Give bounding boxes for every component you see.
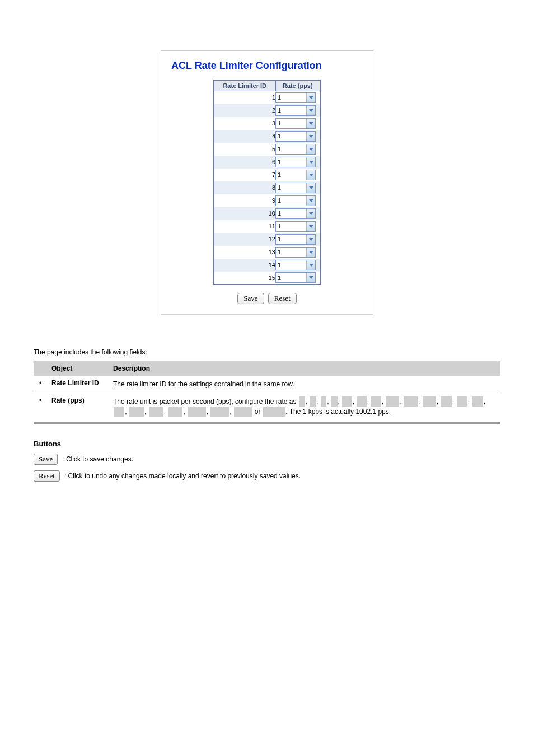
rate-select[interactable]: 1 (275, 118, 316, 129)
chevron-down-icon (306, 260, 315, 270)
rate-option: 256 (404, 396, 418, 407)
rate-option: 2K (457, 396, 467, 407)
rate-cell: 1 (275, 233, 320, 246)
rate-limiter-id: 11 (214, 220, 275, 233)
rate-limiter-table: Rate Limiter ID Rate (pps) 1121314151617… (213, 80, 321, 285)
config-panel: ACL Rate Limiter Configuration Rate Limi… (161, 50, 373, 315)
rate-option: 1 (299, 396, 305, 407)
rate-option: 2 (310, 396, 316, 407)
rate-option: 512K (234, 407, 252, 417)
desc-r2-obj: Rate (pps) (51, 396, 85, 404)
rate-limiter-id: 9 (214, 194, 275, 207)
rate-limiter-id: 15 (214, 272, 275, 284)
rate-value: 1 (276, 236, 306, 242)
table-row: 131 (214, 246, 320, 259)
config-title: ACL Rate Limiter Configuration (168, 60, 366, 72)
chevron-down-icon (306, 209, 315, 218)
rate-select[interactable]: 1 (275, 170, 316, 180)
rate-table-wrap: Rate Limiter ID Rate (pps) 1121314151617… (168, 80, 366, 285)
rate-limiter-id: 1 (214, 91, 275, 104)
table-row: 81 (214, 181, 320, 194)
rate-limiter-id: 3 (214, 117, 275, 130)
chevron-down-icon (306, 93, 315, 102)
rate-option: 64K (168, 407, 182, 417)
rate-option: 16 (342, 396, 352, 407)
chevron-down-icon (306, 235, 315, 244)
rate-cell: 1 (275, 259, 320, 272)
rate-value: 1 (276, 197, 306, 204)
chevron-down-icon (306, 248, 315, 257)
rate-select[interactable]: 1 (275, 144, 316, 155)
rate-value: 1 (276, 223, 306, 230)
rate-cell: 1 (275, 130, 320, 143)
rate-select[interactable]: 1 (275, 221, 316, 232)
rate-select[interactable]: 1 (275, 260, 316, 270)
rate-option: 64 (371, 396, 381, 407)
bullet-icon: • (34, 376, 47, 393)
rate-limiter-id: 10 (214, 207, 275, 220)
rate-value: 1 (276, 262, 306, 268)
save-button[interactable]: Save (237, 293, 264, 304)
rate-option: 1024K (263, 407, 285, 417)
rate-value: 1 (276, 146, 306, 152)
rate-cell: 1 (275, 117, 320, 130)
rate-cell: 1 (275, 169, 320, 181)
rate-value: 1 (276, 249, 306, 255)
rate-cell: 1 (275, 194, 320, 207)
save-button-sample[interactable]: Save (34, 454, 58, 465)
table-row: 51 (214, 143, 320, 156)
rate-option: 128 (386, 396, 399, 407)
table-row: 11 (214, 91, 320, 104)
rate-select[interactable]: 1 (275, 131, 316, 142)
chevron-down-icon (306, 170, 315, 180)
save-line: Save : Click to save changes. (34, 454, 500, 465)
rate-option: 256K (210, 407, 229, 417)
table-row: 21 (214, 104, 320, 117)
rate-select[interactable]: 1 (275, 105, 316, 116)
rate-limiter-id: 12 (214, 233, 275, 246)
desc-r2-text: The rate unit is packet per second (pps)… (109, 393, 500, 420)
rate-select[interactable]: 1 (275, 272, 316, 283)
table-row: 91 (214, 194, 320, 207)
col-header-id: Rate Limiter ID (214, 80, 275, 91)
divider-bottom (34, 422, 500, 424)
reset-button-sample[interactable]: Reset (34, 470, 60, 482)
rate-option: 128K (188, 407, 206, 417)
rate-select[interactable]: 1 (275, 247, 316, 258)
reset-line: Reset : Click to undo any changes made l… (34, 470, 500, 482)
table-row: 71 (214, 169, 320, 181)
rate-value: 1 (276, 274, 306, 281)
table-row: 61 (214, 156, 320, 169)
buttons-heading: Buttons (34, 440, 500, 448)
desc-r1-text: The rate limiter ID for the settings con… (109, 376, 500, 393)
table-row: 121 (214, 233, 320, 246)
desc-intro: The page includes the following fields: (34, 348, 500, 356)
rate-limiter-id: 8 (214, 181, 275, 194)
rate-select[interactable]: 1 (275, 92, 316, 103)
table-row: 151 (214, 272, 320, 284)
rate-value: 1 (276, 120, 306, 127)
rate-select[interactable]: 1 (275, 195, 316, 206)
rate-value: 1 (276, 171, 306, 178)
rate-limiter-id: 4 (214, 130, 275, 143)
desc-r1-obj: Rate Limiter ID (51, 379, 99, 387)
rate-limiter-id: 5 (214, 143, 275, 156)
rate-select[interactable]: 1 (275, 234, 316, 245)
rate-option: 512 (423, 396, 436, 407)
chevron-down-icon (306, 183, 315, 193)
rate-select[interactable]: 1 (275, 183, 316, 193)
rate-value: 1 (276, 94, 306, 101)
reset-button[interactable]: Reset (268, 293, 297, 304)
rate-option: 1K (441, 396, 451, 407)
rate-cell: 1 (275, 104, 320, 117)
rate-select[interactable]: 1 (275, 157, 316, 167)
rate-cell: 1 (275, 91, 320, 104)
col-header-rate: Rate (pps) (275, 80, 320, 91)
button-row: Save Reset (168, 293, 366, 304)
desc-header-object: Object (47, 361, 109, 376)
chevron-down-icon (306, 157, 315, 167)
rate-cell: 1 (275, 246, 320, 259)
rate-limiter-id: 13 (214, 246, 275, 259)
rate-select[interactable]: 1 (275, 208, 316, 219)
rate-cell: 1 (275, 156, 320, 169)
